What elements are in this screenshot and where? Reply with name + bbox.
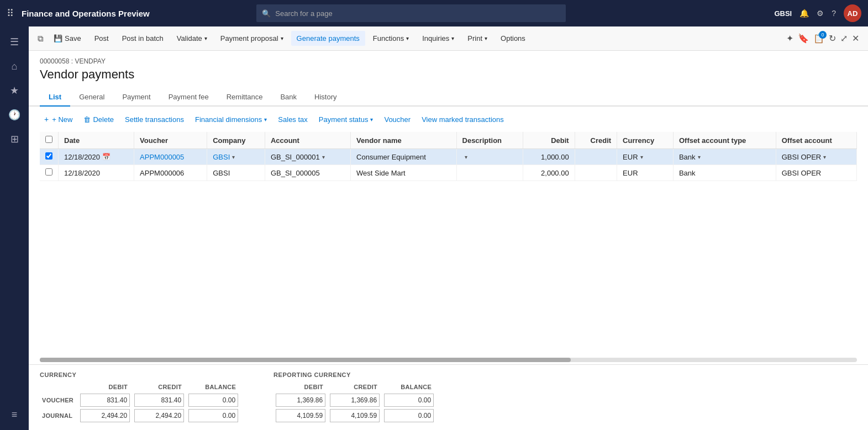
refresh-icon[interactable]: ↻ <box>829 33 836 44</box>
notification-badge[interactable]: 📋 0 <box>813 33 824 44</box>
inquiries-button[interactable]: Inquiries ▾ <box>417 31 460 46</box>
col-header-offset-account[interactable]: Offset account <box>776 132 856 149</box>
col-header-offset-account-type[interactable]: Offset account type <box>673 132 776 149</box>
currency-journal-credit-cell <box>132 408 186 423</box>
select-all-checkbox[interactable] <box>45 136 52 143</box>
new-button[interactable]: + + New <box>40 112 77 126</box>
popout-icon[interactable]: ⤢ <box>840 33 848 44</box>
settle-transactions-button[interactable]: Settle transactions <box>120 113 188 126</box>
col-header-credit[interactable]: Credit <box>575 132 617 149</box>
row-checkbox[interactable] <box>45 152 52 160</box>
sidebar-icon-home[interactable]: ⌂ <box>3 55 25 77</box>
functions-button[interactable]: Functions ▾ <box>367 31 414 46</box>
col-header-account[interactable]: Account <box>265 132 350 149</box>
voucher-link[interactable]: APPM000005 <box>140 153 184 161</box>
tab-list[interactable]: List <box>40 88 70 107</box>
settings-icon[interactable]: ⚙ <box>817 9 824 18</box>
view-marked-transactions-button[interactable]: View marked transactions <box>417 113 508 126</box>
voucher-button[interactable]: Voucher <box>380 113 415 126</box>
currency-journal-balance-input <box>188 409 238 422</box>
offset-account-dropdown-icon[interactable]: ▾ <box>823 154 826 160</box>
currency-journal-debit-cell <box>78 408 132 423</box>
sidebar-icon-recent[interactable]: 🕐 <box>3 104 25 126</box>
save-button[interactable]: 💾 Save <box>48 31 87 46</box>
sidebar-icon-modules[interactable]: ≡ <box>3 404 25 426</box>
row-checkbox[interactable] <box>45 168 52 176</box>
help-icon[interactable]: ? <box>832 9 836 18</box>
validate-dropdown-icon: ▾ <box>204 35 207 41</box>
search-input[interactable] <box>275 9 560 18</box>
col-header-debit[interactable]: Debit <box>523 132 575 149</box>
sidebar-icon-workspaces[interactable]: ⊞ <box>3 128 25 150</box>
currency-dropdown-icon[interactable]: ▾ <box>640 154 643 160</box>
table-row[interactable]: 12/18/2020 📅 APPM000005 GBSI ▾ <box>40 149 857 165</box>
post-button[interactable]: Post <box>89 31 114 46</box>
company-dropdown-icon[interactable]: ▾ <box>232 154 235 160</box>
col-header-check[interactable] <box>40 132 59 149</box>
currency-value: EUR <box>623 153 638 161</box>
sidebar-icon-menu[interactable]: ☰ <box>3 31 25 53</box>
cell-account: GB_SI_000005 <box>265 165 350 181</box>
col-header-company[interactable]: Company <box>207 132 265 149</box>
notification-icon[interactable]: 🔔 <box>799 9 809 18</box>
reporting-voucher-credit-input <box>330 394 380 407</box>
options-button[interactable]: Options <box>495 31 531 46</box>
cell-offset-account: GBSI OPER ▾ <box>776 149 856 165</box>
tab-payment-fee[interactable]: Payment fee <box>160 88 218 107</box>
post-batch-button[interactable]: Post in batch <box>117 31 169 46</box>
row-check[interactable] <box>40 149 59 165</box>
horizontal-scrollbar[interactable] <box>29 355 868 364</box>
breadcrumb: 00000058 : VENDPAY <box>40 57 857 65</box>
payment-status-button[interactable]: Payment status ▾ <box>314 113 378 126</box>
delete-button[interactable]: 🗑 Delete <box>79 113 118 126</box>
offset-type-dropdown-icon[interactable]: ▾ <box>698 154 701 160</box>
col-header-date[interactable]: Date <box>59 132 134 149</box>
row-check[interactable] <box>40 165 59 181</box>
currency-journal-balance-cell <box>186 408 240 423</box>
tab-payment[interactable]: Payment <box>113 88 159 107</box>
grid-icon[interactable]: ⠿ <box>7 7 14 19</box>
cell-currency: EUR <box>617 165 674 181</box>
tab-remittance[interactable]: Remittance <box>218 88 272 107</box>
cell-date: 12/18/2020 📅 <box>59 149 134 165</box>
tab-general[interactable]: General <box>70 88 113 107</box>
reporting-journal-row <box>273 408 436 423</box>
financial-dimensions-button[interactable]: Financial dimensions ▾ <box>191 113 271 126</box>
grid-wrapper[interactable]: Date Voucher Company Account Vendor name… <box>29 132 868 355</box>
cell-description <box>456 165 523 181</box>
currency-credit-header: CREDIT <box>132 383 186 392</box>
generate-payments-button[interactable]: Generate payments <box>291 31 365 46</box>
calendar-icon[interactable]: 📅 <box>102 153 111 161</box>
cell-vendor-name: West Side Mart <box>351 165 456 181</box>
description-dropdown-icon[interactable]: ▾ <box>465 154 467 160</box>
col-header-description[interactable]: Description <box>456 132 523 149</box>
cell-description: ▾ <box>456 149 523 165</box>
col-header-voucher[interactable]: Voucher <box>134 132 207 149</box>
table-row[interactable]: 12/18/2020 APPM000006 GBSI GB_SI_000005 … <box>40 165 857 181</box>
payment-proposal-button[interactable]: Payment proposal ▾ <box>215 31 289 46</box>
filter-icon[interactable]: ⧉ <box>38 34 44 44</box>
personalize-icon[interactable]: ✦ <box>786 33 793 44</box>
user-avatar[interactable]: AD <box>844 4 861 22</box>
sidebar-icon-favorites[interactable]: ★ <box>3 79 25 102</box>
sales-tax-button[interactable]: Sales tax <box>273 113 312 126</box>
data-grid: Date Voucher Company Account Vendor name… <box>40 132 857 181</box>
account-dropdown-icon[interactable]: ▾ <box>322 154 325 160</box>
validate-button[interactable]: Validate ▾ <box>171 31 213 46</box>
currency-journal-credit-input <box>134 409 184 422</box>
inquiries-dropdown-icon: ▾ <box>451 35 454 41</box>
col-header-vendor-name[interactable]: Vendor name <box>351 132 456 149</box>
col-header-currency[interactable]: Currency <box>617 132 674 149</box>
company-link[interactable]: GBSI <box>213 153 230 161</box>
reporting-summary-table: DEBIT CREDIT BALANCE <box>273 383 436 423</box>
scrollbar-thumb[interactable] <box>40 358 571 362</box>
print-button[interactable]: Print ▾ <box>462 31 493 46</box>
bookmark-icon[interactable]: 🔖 <box>798 33 809 44</box>
tab-bank[interactable]: Bank <box>271 88 306 107</box>
reporting-currency-title: REPORTING CURRENCY <box>273 371 436 378</box>
tab-history[interactable]: History <box>306 88 345 107</box>
cell-currency: EUR ▾ <box>617 149 674 165</box>
voucher-row-label: VOUCHER <box>40 392 78 408</box>
close-icon[interactable]: ✕ <box>852 33 859 44</box>
action-bar: + + New 🗑 Delete Settle transactions Fin… <box>29 107 868 132</box>
